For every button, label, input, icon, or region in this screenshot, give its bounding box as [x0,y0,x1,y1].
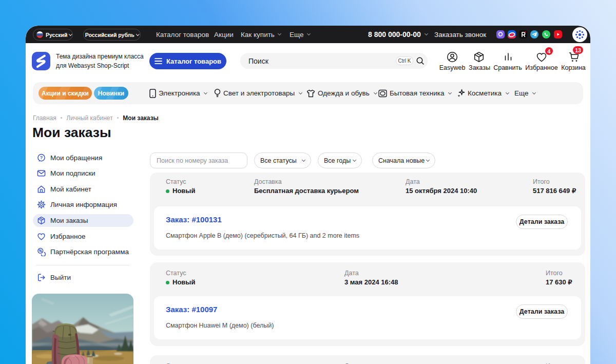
svg-text:?: ? [40,155,43,160]
